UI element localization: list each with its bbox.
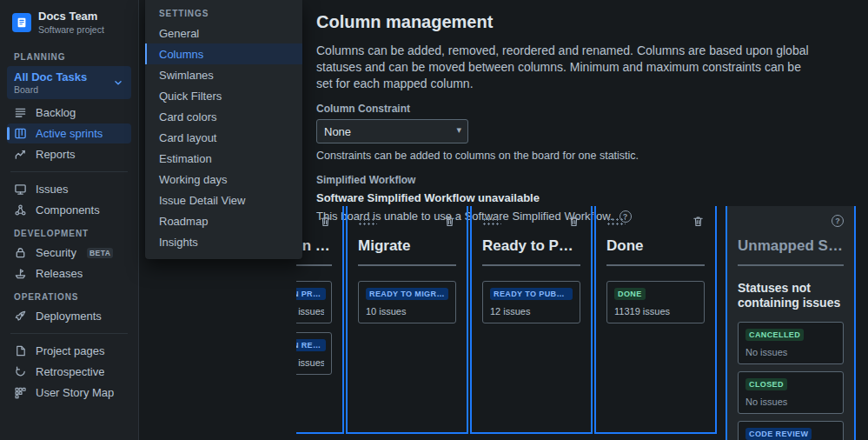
issue-count: No issues [745,397,836,407]
project-avatar[interactable] [12,13,31,32]
status-card[interactable]: READY TO MIGRATE 10 issues [358,281,456,323]
sidebar-item-reports[interactable]: Reports [7,144,131,164]
settings-item-card-colors[interactable]: Card colors [145,106,302,127]
settings-item-issue-detail-view[interactable]: Issue Detail View [145,190,302,210]
settings-item-estimation[interactable]: Estimation [145,148,302,169]
help-icon[interactable]: ? [832,215,844,227]
column-title[interactable]: Ready to Publish [482,237,580,255]
board-switcher-subtitle: Board [14,84,112,95]
sidebar-divider [10,171,128,172]
board-column: In Progress IN PROGRESS 6 issues IN REVI… [296,206,344,434]
settings-item-general[interactable]: General [145,23,302,43]
board-switcher-text: All Doc Tasks Board [14,70,112,95]
settings-item-working-days[interactable]: Working days [145,169,302,190]
sidebar-item-active-sprints[interactable]: Active sprints [7,123,131,143]
constraint-help-text: Constraints can be added to columns on t… [316,150,839,162]
status-lozenge: DONE [614,288,646,300]
chevron-down-icon [112,77,124,89]
issue-count: 6 issues [296,306,324,317]
project-header: Docs Team Software project [7,9,131,43]
board-switcher[interactable]: All Doc Tasks Board [7,66,131,99]
rocket-icon [14,310,27,323]
sidebar-item-label: Issues [36,183,69,196]
document-icon [16,17,28,29]
status-lozenge: READY TO PUBLISH [490,288,573,300]
column-header [358,211,456,230]
column-constraint-select[interactable]: None [316,119,468,143]
sidebar-item-security[interactable]: Security BETA [7,243,131,263]
status-lozenge: IN REVIEW [296,339,326,351]
drag-handle-icon[interactable] [482,217,501,225]
delete-column-button[interactable] [567,215,580,228]
sidebar-item-label: Security [36,246,76,259]
grid-icon [14,386,27,399]
sidebar-item-components[interactable]: Components [7,200,131,220]
settings-item-card-layout[interactable]: Card layout [145,127,302,148]
section-label-planning: PLANNING [14,52,124,62]
sidebar-divider [10,333,128,334]
column-divider [482,264,580,266]
sidebar-item-issues[interactable]: Issues [7,179,131,199]
column-divider [738,264,844,266]
settings-item-swimlanes[interactable]: Swimlanes [145,64,302,85]
settings-item-roadmap[interactable]: Roadmap [145,210,302,231]
page-description: Columns can be added, removed, reordered… [316,43,818,92]
settings-item-columns[interactable]: Columns [145,43,302,64]
sidebar-item-project-pages[interactable]: Project pages [7,341,131,361]
status-lozenge: CODE REVIEW [745,428,812,440]
status-card[interactable]: CANCELLED No issues [738,322,844,364]
status-lozenge: IN PROGRESS [296,288,326,300]
issues-icon [14,183,27,196]
status-card[interactable]: READY TO PUBLISH 12 issues [482,281,580,323]
status-card[interactable]: IN REVIEW 4 issues [296,332,332,375]
board-column: Ready to Publish READY TO PUBLISH 12 iss… [470,206,593,434]
column-divider [296,264,332,266]
active-indicator [7,127,10,140]
status-card[interactable]: IN PROGRESS 6 issues [296,281,332,323]
status-lozenge: READY TO MIGRATE [366,288,448,300]
column-title[interactable]: Migrate [358,237,456,255]
sidebar-item-backlog[interactable]: Backlog [7,103,131,123]
board-column: Migrate READY TO MIGRATE 10 issues [346,206,468,434]
status-card[interactable]: CLOSED No issues [738,371,844,414]
refresh-icon [14,365,27,378]
ship-icon [14,267,27,280]
reports-chart-icon [14,148,27,161]
settings-item-quick-filters[interactable]: Quick Filters [145,85,302,106]
sidebar-item-label: Components [36,203,100,217]
project-type: Software project [38,24,104,35]
drag-handle-icon[interactable] [606,217,626,225]
issue-count: 12 issues [490,306,573,317]
column-divider [358,264,456,266]
status-card[interactable]: DONE 11319 issues [606,281,705,323]
sidebar-item-label: Deployments [36,310,102,323]
sidebar-item-user-story-map[interactable]: User Story Map [7,383,131,403]
sidebar-item-label: Releases [36,267,83,280]
board-columns-icon [14,127,27,140]
sidebar-item-label: Backlog [36,106,76,119]
column-title[interactable]: Done [606,237,705,255]
sidebar-item-label: User Story Map [36,386,114,399]
issue-count: 4 issues [296,357,324,368]
workflow-status-text: Software Simplified Workflow unavailable [316,191,839,204]
section-label-development: DEVELOPMENT [14,229,124,238]
column-header [482,211,580,230]
column-divider [606,264,705,266]
issue-count: 10 issues [366,306,448,317]
sidebar-item-releases[interactable]: Releases [7,263,131,283]
delete-column-button[interactable] [692,215,705,228]
sidebar-item-retrospective[interactable]: Retrospective [7,362,131,382]
sidebar-item-deployments[interactable]: Deployments [7,306,131,326]
drag-handle-icon[interactable] [358,217,377,225]
project-name: Docs Team [38,10,104,23]
delete-column-button[interactable] [319,215,332,228]
board-column: Done DONE 11319 issues [594,206,717,434]
delete-column-button[interactable] [443,215,456,228]
simplified-workflow-label: Simplified Workflow [316,174,839,186]
settings-item-insights[interactable]: Insights [145,231,302,252]
column-header [606,211,705,230]
status-card[interactable]: CODE REVIEW No issues [738,421,844,440]
sidebar-item-label: Project pages [36,344,105,357]
unmapped-heading: Statuses not containing issues [738,281,844,310]
main-content: Column management Columns can be added, … [296,0,868,440]
